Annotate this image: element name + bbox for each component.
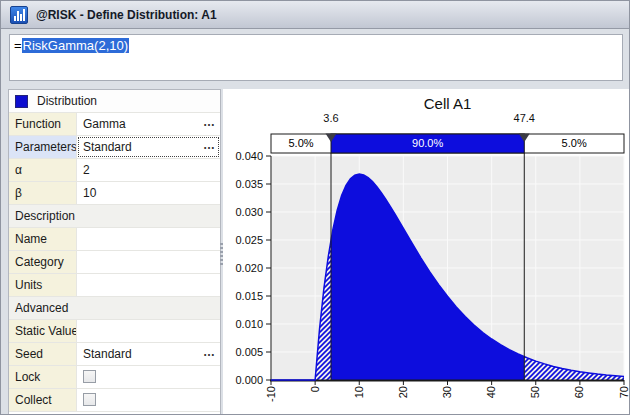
units-label: Units	[9, 274, 77, 296]
function-value[interactable]: Gamma …	[77, 113, 220, 135]
risk-app-icon	[10, 6, 28, 24]
parameters-value-text: Standard	[83, 140, 132, 154]
formula-input[interactable]: =RiskGamma(2,10)	[9, 34, 623, 81]
section-description: Description	[9, 205, 220, 228]
static-value-value[interactable]	[77, 320, 220, 342]
right-delimiter-value: 47.4	[514, 112, 535, 124]
beta-value-text: 10	[83, 186, 96, 200]
alpha-value[interactable]: 2	[77, 159, 220, 181]
y-axis-tick-label: 0.015	[223, 290, 263, 302]
y-axis-tick-label: 0.005	[223, 346, 263, 358]
distribution-property-panel: Distribution Function Gamma … Parameters…	[8, 89, 221, 415]
row-collect: Collect	[9, 389, 220, 412]
define-distribution-window: @RISK - Define Distribution: A1 =RiskGam…	[0, 0, 630, 415]
static-value-label: Static Value	[9, 320, 77, 342]
row-beta: β 10	[9, 182, 220, 205]
seed-value-text: Standard	[83, 347, 132, 361]
y-axis-tick-label: 0.000	[223, 374, 263, 386]
x-axis-tick-label: 70	[618, 386, 630, 398]
parameters-more-button[interactable]: …	[203, 140, 216, 150]
formula-selected-text: RiskGamma(2,10)	[22, 38, 129, 53]
section-advanced-label: Advanced	[15, 301, 68, 315]
x-axis-tick-label: 60	[573, 386, 586, 398]
section-advanced: Advanced	[9, 297, 220, 320]
window-title: @RISK - Define Distribution: A1	[36, 8, 217, 22]
seed-label: Seed	[9, 343, 77, 365]
panel-header-distribution: Distribution	[9, 90, 220, 113]
y-axis-tick-label: 0.040	[223, 150, 263, 162]
distribution-color-swatch	[15, 95, 28, 108]
parameters-value[interactable]: Standard …	[77, 136, 220, 158]
alpha-value-text: 2	[83, 163, 90, 177]
row-alpha: α 2	[9, 159, 220, 182]
lock-label: Lock	[9, 366, 77, 388]
category-label: Category	[9, 251, 77, 273]
section-description-label: Description	[15, 209, 75, 223]
y-axis-tick-label: 0.020	[223, 262, 263, 274]
probability-band-label: 5.0%	[562, 134, 587, 153]
probability-band-label: 90.0%	[412, 134, 443, 153]
seed-value[interactable]: Standard …	[77, 343, 220, 365]
row-function: Function Gamma …	[9, 113, 220, 136]
row-lock: Lock	[9, 366, 220, 389]
alpha-label: α	[9, 159, 77, 181]
y-axis-tick-label: 0.025	[223, 234, 263, 246]
row-category: Category	[9, 251, 220, 274]
left-delimiter-value: 3.6	[323, 112, 338, 124]
lock-checkbox[interactable]	[83, 370, 96, 383]
row-seed: Seed Standard …	[9, 343, 220, 366]
row-name: Name	[9, 228, 220, 251]
chart-panel: Cell A1 3.647.45.0%90.0%5.0%0.0000.0050.…	[223, 89, 630, 415]
x-axis-tick-label: 10	[353, 386, 366, 398]
y-axis-tick-label: 0.030	[223, 206, 263, 218]
collect-checkbox[interactable]	[83, 393, 96, 406]
x-axis-tick-label: 50	[529, 386, 542, 398]
function-value-text: Gamma	[83, 117, 126, 131]
row-static-value: Static Value	[9, 320, 220, 343]
beta-value[interactable]: 10	[77, 182, 220, 204]
x-axis-tick-label: 20	[397, 386, 410, 398]
x-axis-tick-label: 40	[485, 386, 498, 398]
seed-more-button[interactable]: …	[203, 347, 216, 357]
function-more-button[interactable]: …	[203, 117, 216, 127]
category-value[interactable]	[77, 251, 220, 273]
title-bar[interactable]: @RISK - Define Distribution: A1	[1, 1, 629, 29]
function-label: Function	[9, 113, 77, 135]
row-units: Units	[9, 274, 220, 297]
parameters-label: Parameters	[9, 136, 77, 158]
panel-header-label: Distribution	[37, 94, 97, 108]
row-parameters: Parameters Standard …	[9, 136, 220, 159]
units-value[interactable]	[77, 274, 220, 296]
formula-prefix: =	[14, 38, 22, 53]
name-value[interactable]	[77, 228, 220, 250]
probability-band-label: 5.0%	[288, 134, 313, 153]
x-axis-tick-label: -10	[265, 386, 278, 402]
y-axis-tick-label: 0.035	[223, 178, 263, 190]
collect-label: Collect	[9, 389, 77, 411]
name-label: Name	[9, 228, 77, 250]
x-axis-tick-label: 0	[309, 386, 322, 392]
y-axis-tick-label: 0.010	[223, 318, 263, 330]
beta-label: β	[9, 182, 77, 204]
x-axis-tick-label: 30	[441, 386, 454, 398]
